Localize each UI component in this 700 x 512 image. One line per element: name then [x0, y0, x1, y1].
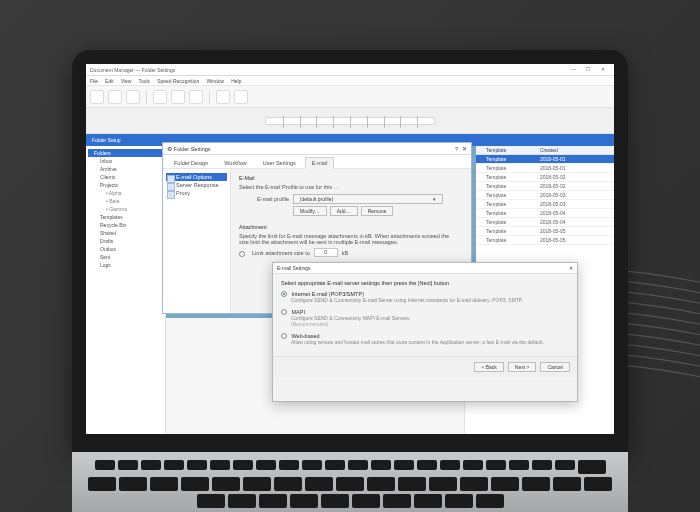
- close-icon[interactable]: ✕: [462, 146, 467, 152]
- active-tab-label: Folder Setup: [92, 137, 121, 143]
- maximize-icon[interactable]: ☐: [586, 66, 595, 73]
- cell: [577, 200, 614, 208]
- tree-item[interactable]: Inbox: [88, 157, 163, 165]
- menu-speech[interactable]: Speed Recognition: [157, 78, 199, 84]
- cell: 2018-05-02: [537, 182, 577, 190]
- tree-item[interactable]: Outbox: [88, 245, 163, 253]
- col-created[interactable]: Created: [537, 146, 577, 154]
- cell: 2018-05-03: [537, 200, 577, 208]
- table-row[interactable]: 5Template2018-05-03: [465, 191, 614, 200]
- cell: [577, 209, 614, 217]
- cell: 2018-05-02: [537, 173, 577, 181]
- radio-icon[interactable]: [281, 309, 287, 315]
- radio-icon[interactable]: [281, 291, 287, 297]
- tree-item[interactable]: Shared: [88, 229, 163, 237]
- limit-radio[interactable]: [239, 251, 245, 257]
- option-mapi[interactable]: MAPI Configure SEND & Connectivity MAPI …: [281, 308, 569, 327]
- toolbar: [86, 86, 614, 108]
- tree-item[interactable]: Drafts: [88, 237, 163, 245]
- add-button[interactable]: Add…: [330, 206, 358, 216]
- option-webbased[interactable]: Web-based Allow using remote and hosted …: [281, 332, 569, 345]
- cell: 2018-05-01: [537, 164, 577, 172]
- app-title: Document Manager — Folder Settings: [90, 67, 175, 73]
- tree-item[interactable]: Logs: [88, 261, 163, 269]
- tool-paste-icon[interactable]: [189, 90, 203, 104]
- separator: [209, 90, 210, 104]
- table-row[interactable]: 6Template2018-05-03: [465, 200, 614, 209]
- folder-tree[interactable]: Folders Inbox Archive Clients Projects •…: [86, 146, 166, 434]
- tool-save-icon[interactable]: [126, 90, 140, 104]
- remove-button[interactable]: Remove: [361, 206, 394, 216]
- table-row[interactable]: 4Template2018-05-02: [465, 182, 614, 191]
- table-row[interactable]: 10Template2018-05-05: [465, 236, 614, 245]
- tab-workflow[interactable]: Workflow: [217, 157, 254, 168]
- ruler-area: [86, 108, 614, 134]
- minimize-icon[interactable]: —: [571, 66, 580, 73]
- tool-cut-icon[interactable]: [153, 90, 167, 104]
- table-row[interactable]: 3Template2018-05-02: [465, 173, 614, 182]
- cell: Template: [483, 227, 537, 235]
- wizard-titlebar[interactable]: E-mail Settings ✕: [273, 263, 577, 274]
- menu-tools[interactable]: Tools: [138, 78, 150, 84]
- tree-item[interactable]: Recycle Bin: [88, 221, 163, 229]
- tool-undo-icon[interactable]: [216, 90, 230, 104]
- close-icon[interactable]: ✕: [601, 66, 610, 73]
- next-button[interactable]: Next >: [508, 362, 537, 372]
- tree-item[interactable]: Sent: [88, 253, 163, 261]
- cell: Template: [483, 182, 537, 190]
- tree-root[interactable]: Folders: [88, 149, 163, 157]
- option-pop3[interactable]: Internet E-mail (POP3/SMTP) Configure SE…: [281, 290, 569, 303]
- tool-new-icon[interactable]: [90, 90, 104, 104]
- tree-item[interactable]: Projects: [88, 181, 163, 189]
- tool-open-icon[interactable]: [108, 90, 122, 104]
- tree-item[interactable]: • Gamma: [88, 205, 163, 213]
- profile-dropdown[interactable]: [default profile] ▾: [293, 194, 443, 204]
- radio-icon[interactable]: [281, 333, 287, 339]
- profile-value: [default profile]: [300, 196, 333, 202]
- tree-item[interactable]: Templates: [88, 213, 163, 221]
- tool-copy-icon[interactable]: [171, 90, 185, 104]
- table-row[interactable]: 9Template2018-05-05: [465, 227, 614, 236]
- back-button[interactable]: < Back: [474, 362, 503, 372]
- menu-file[interactable]: File: [90, 78, 98, 84]
- tree-item[interactable]: • Alpha: [88, 189, 163, 197]
- list-header: # Template Created: [465, 146, 614, 155]
- sidebar-item-email-options[interactable]: E-mail Options: [166, 173, 227, 181]
- dialog-title: Folder Settings: [174, 146, 211, 152]
- col-extra[interactable]: [577, 146, 614, 154]
- tree-item[interactable]: • Beta: [88, 197, 163, 205]
- dialog-titlebar[interactable]: ⚙ Folder Settings ? ✕: [163, 143, 471, 155]
- cancel-button[interactable]: Cancel: [540, 362, 570, 372]
- wizard-lead: Select appropriate E-mail server setting…: [281, 280, 569, 286]
- tab-user-settings[interactable]: User Settings: [256, 157, 303, 168]
- modify-button[interactable]: Modify…: [293, 206, 327, 216]
- ruler[interactable]: [265, 117, 435, 125]
- option-sub: Allow using remote and hosted mail store…: [291, 339, 569, 345]
- menu-help[interactable]: Help: [231, 78, 241, 84]
- sidebar-item-server-response[interactable]: Server Response: [166, 181, 227, 189]
- limit-label: Limit attachment size to: [252, 250, 310, 256]
- menu-edit[interactable]: Edit: [105, 78, 114, 84]
- cell: 2018-05-04: [537, 218, 577, 226]
- cell: Template: [483, 191, 537, 199]
- help-icon[interactable]: ?: [455, 146, 458, 152]
- menu-window[interactable]: Window: [206, 78, 224, 84]
- tree-item[interactable]: Archive: [88, 165, 163, 173]
- table-row[interactable]: 8Template2018-05-04: [465, 218, 614, 227]
- close-icon[interactable]: ✕: [569, 265, 573, 271]
- gear-icon: ⚙: [167, 146, 172, 152]
- col-template[interactable]: Template: [483, 146, 537, 154]
- sidebar-item-proxy[interactable]: Proxy: [166, 189, 227, 197]
- table-row[interactable]: 1Template2018-05-01: [465, 155, 614, 164]
- table-row[interactable]: 7Template2018-05-04: [465, 209, 614, 218]
- profile-label: E-mail profile: [239, 196, 289, 202]
- kb-label: kB: [342, 250, 348, 256]
- menu-view[interactable]: View: [121, 78, 132, 84]
- limit-input[interactable]: 0: [314, 248, 338, 257]
- tree-item[interactable]: Clients: [88, 173, 163, 181]
- table-row[interactable]: 2Template2018-05-01: [465, 164, 614, 173]
- tab-folder-design[interactable]: Folder Design: [167, 157, 215, 168]
- cell: [577, 218, 614, 226]
- tab-email[interactable]: E-mail: [305, 157, 335, 169]
- tool-redo-icon[interactable]: [234, 90, 248, 104]
